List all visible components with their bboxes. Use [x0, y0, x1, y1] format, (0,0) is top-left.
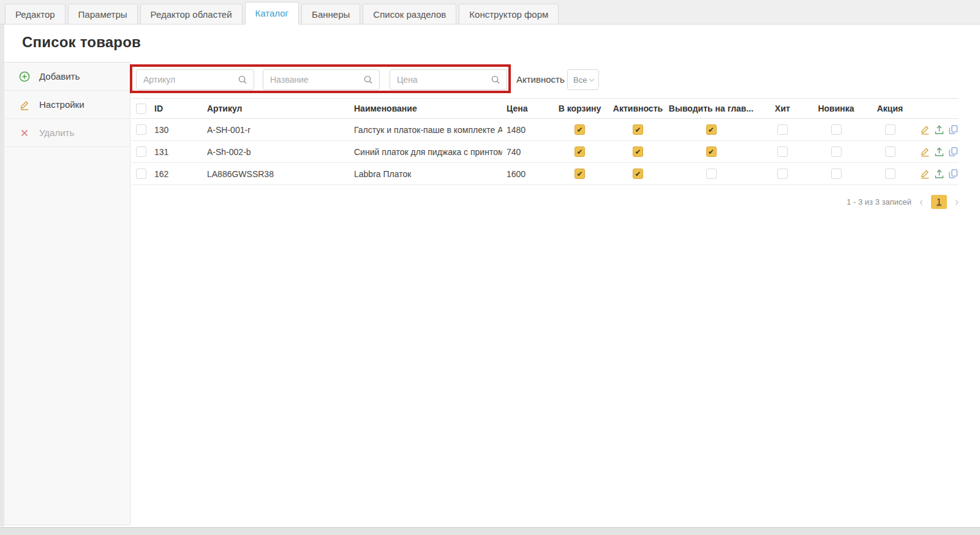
sidebar-item-label: Настройки — [39, 99, 85, 110]
cell-name: Синий платок для пиджака с принтом пе — [353, 141, 502, 163]
active-checkbox[interactable] — [633, 124, 643, 135]
name-filter — [263, 69, 380, 90]
chevron-down-icon — [589, 78, 595, 82]
x-icon — [19, 127, 30, 138]
tab-section-list[interactable]: Список разделов — [363, 4, 456, 25]
new-checkbox[interactable] — [831, 124, 842, 135]
main-page-checkbox[interactable] — [706, 146, 717, 157]
sale-checkbox[interactable] — [885, 124, 895, 135]
sku-filter-input[interactable] — [137, 75, 238, 85]
upload-icon[interactable] — [934, 146, 944, 157]
products-table: ID Артикул Наименование Цена В корзину А… — [132, 98, 959, 185]
prev-page-button[interactable]: ‹ — [919, 196, 923, 207]
new-checkbox[interactable] — [831, 146, 842, 157]
cart-checkbox[interactable] — [575, 146, 585, 157]
column-header-sku: Артикул — [206, 99, 353, 119]
price-filter — [390, 69, 507, 90]
cell-name: Labbra Платок — [353, 163, 502, 185]
page-title: Список товаров — [22, 34, 141, 51]
sidebar-item-label: Добавить — [39, 71, 80, 82]
copy-icon[interactable] — [948, 146, 959, 157]
select-all-checkbox[interactable] — [136, 104, 146, 114]
sidebar: Добавить Настройки Удалить — [4, 62, 130, 525]
table-header-row: ID Артикул Наименование Цена В корзину А… — [132, 99, 959, 119]
page-1-button[interactable]: 1 — [931, 195, 947, 209]
pagination-summary: 1 - 3 из 3 записей — [846, 197, 911, 207]
cell-sku: A-SH-001-r — [206, 119, 353, 141]
tab-form-builder[interactable]: Конструктор форм — [459, 4, 559, 25]
column-header-price: Цена — [502, 99, 550, 119]
cell-name: Галстук и платок-паше в комплекте ASOS — [353, 119, 502, 141]
tab-banners[interactable]: Баннеры — [301, 4, 360, 25]
column-header-main: Выводить на глав... — [666, 99, 756, 119]
active-checkbox[interactable] — [633, 146, 643, 157]
sidebar-item-settings[interactable]: Настройки — [4, 91, 130, 119]
hit-checkbox[interactable] — [777, 169, 788, 179]
row-select-checkbox[interactable] — [136, 146, 146, 157]
copy-icon[interactable] — [948, 169, 959, 179]
activity-selected-value: Все — [573, 75, 587, 85]
edit-icon[interactable] — [920, 124, 930, 135]
table-row: 131 A-Sh-002-b Синий платок для пиджака … — [132, 141, 959, 163]
cell-sku: A-Sh-002-b — [206, 141, 353, 163]
sidebar-item-add[interactable]: Добавить — [4, 63, 130, 91]
pagination: 1 - 3 из 3 записей ‹ 1 › — [132, 194, 959, 210]
column-header-id: ID — [153, 99, 206, 119]
cell-price: 740 — [502, 141, 550, 163]
cell-price: 1480 — [502, 119, 550, 141]
search-icon — [363, 75, 373, 85]
main-page-checkbox[interactable] — [706, 169, 717, 179]
column-header-cart: В корзину — [550, 99, 609, 119]
hit-checkbox[interactable] — [777, 146, 788, 157]
bottom-edge-strip — [0, 527, 980, 535]
table-row: 130 A-SH-001-r Галстук и платок-паше в к… — [132, 119, 959, 141]
left-edge-strip — [0, 25, 4, 526]
tab-parameters[interactable]: Параметры — [68, 4, 138, 25]
main-page-checkbox[interactable] — [706, 124, 717, 135]
cell-id: 130 — [153, 119, 206, 141]
next-page-button[interactable]: › — [955, 196, 959, 207]
edit-icon[interactable] — [920, 169, 930, 179]
cart-checkbox[interactable] — [575, 169, 585, 179]
edit-icon[interactable] — [920, 146, 930, 157]
activity-filter-select[interactable]: Все — [567, 69, 599, 90]
column-header-sale: Акция — [863, 99, 917, 119]
row-select-checkbox[interactable] — [136, 124, 146, 135]
tab-editor[interactable]: Редактор — [5, 4, 66, 25]
column-header-hit: Хит — [756, 99, 809, 119]
cell-id: 131 — [153, 141, 206, 163]
upload-icon[interactable] — [934, 124, 944, 135]
sidebar-item-delete[interactable]: Удалить — [4, 119, 130, 147]
price-filter-input[interactable] — [390, 75, 491, 85]
name-filter-input[interactable] — [263, 75, 363, 85]
new-checkbox[interactable] — [831, 169, 842, 179]
column-header-name: Наименование — [353, 99, 502, 119]
upload-icon[interactable] — [934, 169, 944, 179]
column-header-active: Активность — [609, 99, 666, 119]
plus-circle-icon — [19, 71, 30, 82]
cart-checkbox[interactable] — [575, 124, 585, 135]
sale-checkbox[interactable] — [885, 146, 895, 157]
cell-id: 162 — [153, 163, 206, 185]
sale-checkbox[interactable] — [885, 169, 895, 179]
sku-filter — [136, 69, 254, 90]
search-icon — [238, 75, 247, 85]
table-row: 162 LA886GWSSR38 Labbra Платок 1600 — [132, 163, 959, 185]
tab-area-editor[interactable]: Редактор областей — [140, 4, 243, 25]
active-checkbox[interactable] — [633, 169, 643, 179]
search-icon — [491, 75, 500, 85]
cell-sku: LA886GWSSR38 — [206, 163, 353, 185]
hit-checkbox[interactable] — [777, 124, 788, 135]
column-header-new: Новинка — [809, 99, 863, 119]
row-select-checkbox[interactable] — [136, 169, 146, 179]
activity-filter-label: Активность : — [516, 74, 570, 85]
tab-catalog[interactable]: Каталог — [245, 2, 300, 25]
sidebar-item-label: Удалить — [39, 127, 74, 138]
cell-price: 1600 — [502, 163, 550, 185]
pencil-icon — [19, 99, 30, 110]
top-tab-bar: Редактор Параметры Редактор областей Кат… — [0, 0, 980, 25]
copy-icon[interactable] — [948, 124, 959, 135]
